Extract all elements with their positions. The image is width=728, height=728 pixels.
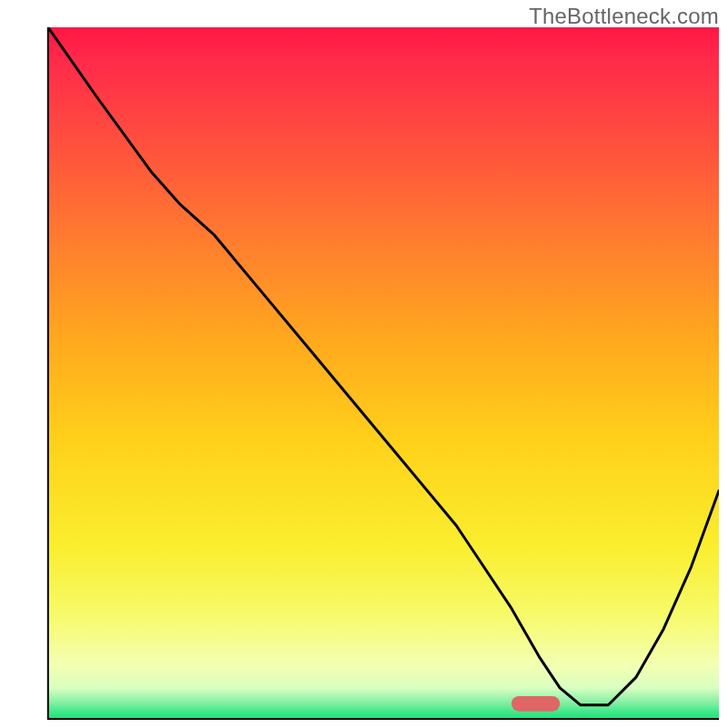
bottleneck-chart [0, 0, 728, 728]
svg-rect-1 [511, 696, 560, 712]
watermark-text: TheBottleneck.com [529, 4, 719, 29]
chart-container: TheBottleneck.com [0, 0, 728, 728]
plot-area [48, 27, 719, 719]
gradient-background [48, 27, 719, 719]
optimal-marker [511, 696, 560, 712]
